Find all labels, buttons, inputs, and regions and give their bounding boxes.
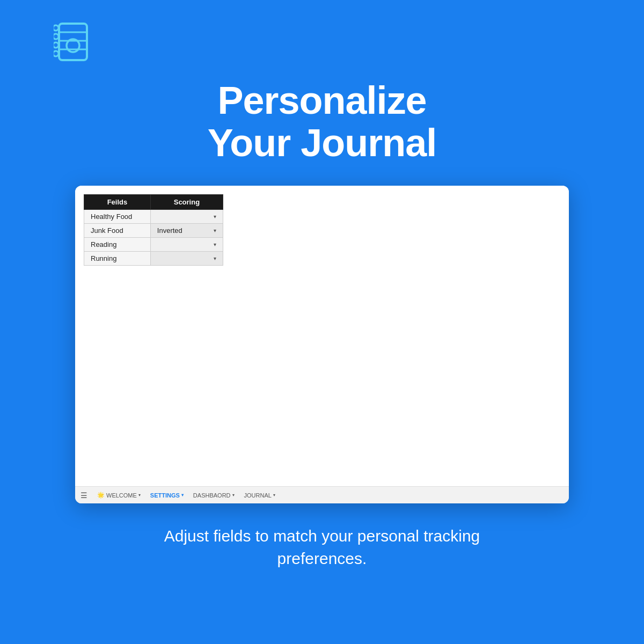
scoring-value: Inverted [157, 226, 182, 235]
field-cell: Junk Food [84, 224, 151, 238]
fields-table: Feilds Scoring Healthy Food▾Junk FoodInv… [84, 194, 223, 266]
tab-welcome[interactable]: 🌟 WELCOME ▾ [94, 491, 144, 500]
scoring-cell[interactable]: ▾ [150, 238, 223, 252]
app-window: Feilds Scoring Healthy Food▾Junk FoodInv… [75, 186, 569, 503]
table-row: Healthy Food▾ [84, 210, 223, 224]
field-cell: Running [84, 252, 151, 266]
field-cell: Reading [84, 238, 151, 252]
field-cell: Healthy Food [84, 210, 151, 224]
menu-icon[interactable]: ☰ [80, 491, 87, 500]
table-row: Junk FoodInverted▾ [84, 224, 223, 238]
scoring-cell[interactable]: ▾ [150, 210, 223, 224]
dropdown-arrow-icon: ▾ [214, 214, 216, 219]
table-row: Running▾ [84, 252, 223, 266]
table-row: Reading▾ [84, 238, 223, 252]
subtitle-text: Adjust fields to match your personal tra… [134, 525, 510, 570]
app-logo [54, 21, 92, 64]
page-title: Personalize Your Journal [208, 79, 437, 164]
dropdown-arrow-icon: ▾ [214, 255, 216, 261]
scoring-cell[interactable]: Inverted▾ [150, 224, 223, 238]
table-container: Feilds Scoring Healthy Food▾Junk FoodInv… [84, 194, 223, 266]
svg-point-4 [54, 25, 58, 31]
tab-settings[interactable]: SETTINGS ▾ [147, 491, 187, 500]
dropdown-arrow-icon: ▾ [214, 228, 216, 233]
header-area: Personalize Your Journal [0, 0, 644, 186]
welcome-emoji: 🌟 [97, 492, 105, 499]
tab-journal[interactable]: JOURNAL ▾ [241, 491, 279, 500]
svg-point-6 [54, 42, 58, 48]
svg-point-5 [54, 34, 58, 39]
svg-point-7 [54, 51, 58, 56]
col-header-scoring: Scoring [150, 195, 223, 210]
col-header-fields: Feilds [84, 195, 151, 210]
window-taskbar: ☰ 🌟 WELCOME ▾ SETTINGS ▾ DASHBAORD ▾ JOU… [75, 486, 569, 503]
table-header-row: Feilds Scoring [84, 195, 223, 210]
scoring-cell[interactable]: ▾ [150, 252, 223, 266]
svg-rect-0 [59, 24, 87, 60]
window-content: Feilds Scoring Healthy Food▾Junk FoodInv… [75, 186, 569, 486]
dropdown-arrow-icon: ▾ [214, 241, 216, 247]
tab-dashboard[interactable]: DASHBAORD ▾ [190, 491, 238, 500]
